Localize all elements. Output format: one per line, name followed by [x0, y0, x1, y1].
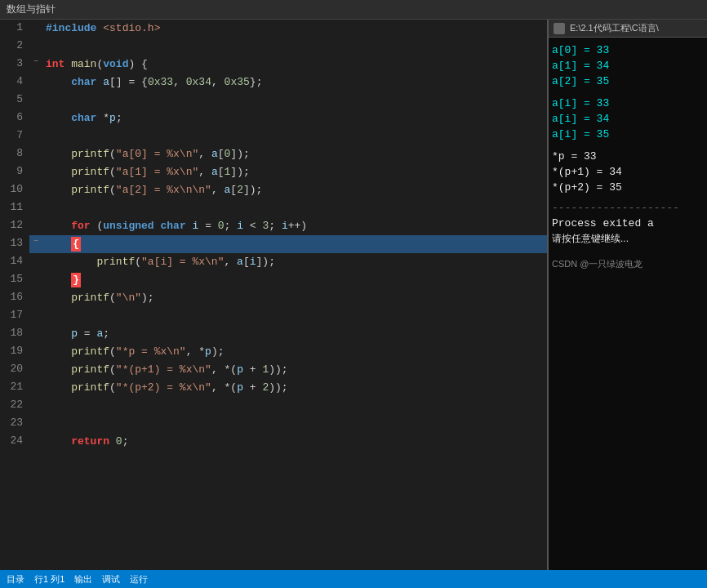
line-number: 22 — [0, 397, 29, 415]
line-content — [42, 415, 49, 433]
table-row: 18 p = a; — [0, 325, 547, 343]
line-content — [42, 127, 49, 145]
fold-gutter — [29, 127, 42, 145]
table-row: 14 printf("a[i] = %x\n", a[i]); — [0, 253, 547, 271]
status-item-debug: 调试 — [102, 573, 120, 586]
fold-gutter — [29, 91, 42, 109]
line-number: 13 — [0, 235, 29, 253]
terminal-icon — [554, 23, 565, 34]
line-content: printf("a[i] = %x\n", a[i]); — [42, 253, 278, 271]
line-number: 9 — [0, 163, 29, 181]
status-bar: 目录 行1 列1 输出 调试 运行 — [0, 570, 707, 588]
line-number: 19 — [0, 343, 29, 361]
table-row: 2 — [0, 38, 547, 56]
table-row: 15 } — [0, 271, 547, 289]
table-row: 7 — [0, 127, 547, 145]
line-number: 7 — [0, 127, 29, 145]
table-row: 3 − int main(void) { — [0, 56, 547, 74]
terminal-line: a[2] = 35 — [552, 74, 704, 89]
table-row: 23 — [0, 415, 547, 433]
terminal-line: *(p+2) = 35 — [552, 180, 704, 195]
line-content: printf("*(p+2) = %x\n", *(p + 2)); — [42, 379, 291, 397]
line-number: 3 — [0, 56, 29, 74]
fold-gutter — [29, 38, 42, 56]
table-row: 21 printf("*(p+2) = %x\n", *(p + 2)); — [0, 379, 547, 397]
fold-gutter — [29, 163, 42, 181]
fold-gutter[interactable]: − — [29, 56, 42, 74]
line-content: p = a; — [42, 325, 113, 343]
line-content — [42, 199, 49, 217]
line-content: char *p; — [42, 109, 126, 127]
fold-gutter — [29, 433, 42, 451]
terminal-line — [552, 142, 704, 149]
line-number: 24 — [0, 433, 29, 451]
line-content — [42, 397, 49, 415]
terminal-line: a[0] = 33 — [552, 42, 704, 58]
line-content: printf("*(p+1) = %x\n", *(p + 1)); — [42, 361, 291, 379]
table-row: 4 char a[] = {0x33, 0x34, 0x35}; — [0, 74, 547, 91]
terminal-titlebar: E:\2.1代码工程\C语言\ — [549, 20, 707, 38]
status-item-output: 输出 — [74, 573, 92, 586]
fold-gutter — [29, 271, 42, 289]
line-content: printf("*p = %x\n", *p); — [42, 343, 228, 361]
status-item-pos: 行1 列1 — [34, 573, 64, 586]
toolbar-text: 数组与指针 — [7, 2, 56, 16]
line-content: printf("a[0] = %x\n", a[0]); — [42, 145, 253, 163]
fold-gutter — [29, 109, 42, 127]
line-number: 14 — [0, 253, 29, 271]
fold-gutter[interactable]: − — [29, 235, 42, 253]
terminal-line: a[i] = 35 — [552, 127, 704, 142]
table-row: 11 — [0, 199, 547, 217]
table-row: 8 printf("a[0] = %x\n", a[0]); — [0, 145, 547, 163]
line-content — [42, 38, 49, 56]
status-item-run: 运行 — [130, 573, 148, 586]
fold-gutter — [29, 145, 42, 163]
line-number: 1 — [0, 20, 29, 38]
line-content: printf("a[2] = %x\n\n", a[2]); — [42, 181, 265, 199]
line-content: #include <stdio.h> — [42, 20, 163, 38]
line-content: for (unsigned char i = 0; i < 3; i++) — [42, 217, 310, 235]
line-content: } — [42, 271, 84, 289]
fold-gutter — [29, 415, 42, 433]
fold-gutter — [29, 397, 42, 415]
table-row: 13 − { — [0, 235, 547, 253]
line-content — [42, 307, 49, 325]
table-row: 17 — [0, 307, 547, 325]
line-content: printf("\n"); — [42, 289, 158, 307]
table-row: 19 printf("*p = %x\n", *p); — [0, 343, 547, 361]
fold-gutter — [29, 199, 42, 217]
fold-gutter — [29, 217, 42, 235]
table-row: 10 printf("a[2] = %x\n\n", a[2]); — [0, 181, 547, 199]
line-number: 5 — [0, 91, 29, 109]
terminal-line — [552, 89, 704, 96]
line-number: 23 — [0, 415, 29, 433]
fold-gutter — [29, 181, 42, 199]
terminal-title: E:\2.1代码工程\C语言\ — [570, 22, 659, 34]
terminal-panel: E:\2.1代码工程\C语言\ a[0] = 33 a[1] = 34 a[2]… — [547, 20, 707, 570]
line-number: 12 — [0, 217, 29, 235]
line-number: 10 — [0, 181, 29, 199]
terminal-content: a[0] = 33 a[1] = 34 a[2] = 35 a[i] = 33 … — [549, 38, 707, 570]
fold-gutter — [29, 74, 42, 91]
fold-gutter — [29, 361, 42, 379]
line-content: char a[] = {0x33, 0x34, 0x35}; — [42, 74, 265, 91]
line-number: 18 — [0, 325, 29, 343]
table-row: 16 printf("\n"); — [0, 289, 547, 307]
table-row: 6 char *p; — [0, 109, 547, 127]
line-number: 20 — [0, 361, 29, 379]
table-row: 5 — [0, 91, 547, 109]
line-content — [42, 91, 49, 109]
terminal-prompt: 请按任意键继续... — [552, 231, 704, 247]
terminal-divider: -------------------- — [552, 200, 704, 216]
terminal-line: *(p+1) = 34 — [552, 164, 704, 180]
fold-gutter — [29, 289, 42, 307]
line-content: int main(void) { — [42, 56, 151, 74]
code-editor[interactable]: 1 #include <stdio.h> 2 3 − int main(void… — [0, 20, 547, 570]
terminal-line: a[1] = 34 — [552, 58, 704, 74]
table-row: 12 for (unsigned char i = 0; i < 3; i++) — [0, 217, 547, 235]
line-number: 21 — [0, 379, 29, 397]
fold-gutter — [29, 20, 42, 38]
terminal-line: a[i] = 34 — [552, 111, 704, 127]
line-number: 8 — [0, 145, 29, 163]
line-content: printf("a[1] = %x\n", a[1]); — [42, 163, 253, 181]
